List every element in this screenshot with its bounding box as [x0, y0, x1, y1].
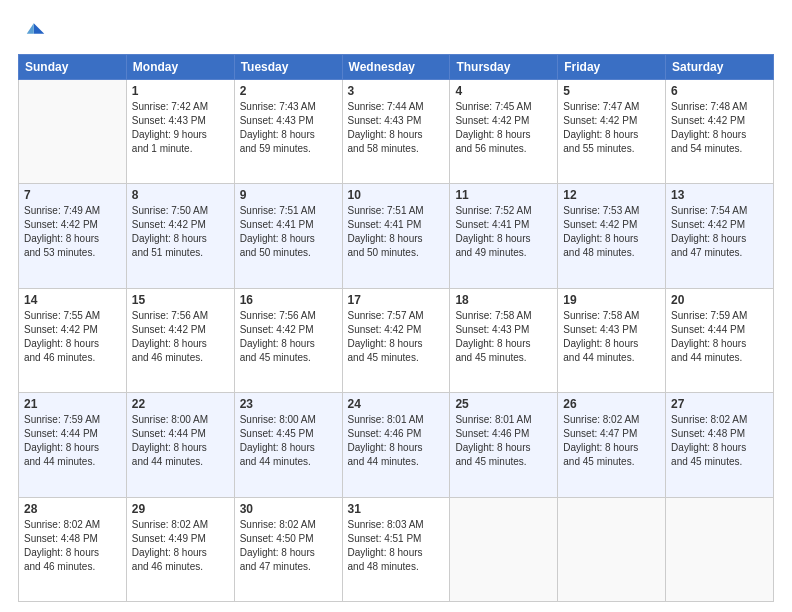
week-row-5: 28Sunrise: 8:02 AM Sunset: 4:48 PM Dayli… — [19, 497, 774, 601]
day-number: 25 — [455, 397, 552, 411]
day-number: 14 — [24, 293, 121, 307]
logo-icon — [18, 18, 46, 46]
svg-marker-1 — [27, 23, 34, 34]
day-info: Sunrise: 8:02 AM Sunset: 4:48 PM Dayligh… — [24, 518, 121, 574]
day-cell: 11Sunrise: 7:52 AM Sunset: 4:41 PM Dayli… — [450, 184, 558, 288]
day-info: Sunrise: 7:58 AM Sunset: 4:43 PM Dayligh… — [563, 309, 660, 365]
day-cell: 10Sunrise: 7:51 AM Sunset: 4:41 PM Dayli… — [342, 184, 450, 288]
day-number: 15 — [132, 293, 229, 307]
day-cell: 6Sunrise: 7:48 AM Sunset: 4:42 PM Daylig… — [666, 80, 774, 184]
day-cell: 20Sunrise: 7:59 AM Sunset: 4:44 PM Dayli… — [666, 288, 774, 392]
day-info: Sunrise: 7:59 AM Sunset: 4:44 PM Dayligh… — [24, 413, 121, 469]
day-number: 6 — [671, 84, 768, 98]
day-info: Sunrise: 7:56 AM Sunset: 4:42 PM Dayligh… — [132, 309, 229, 365]
page: SundayMondayTuesdayWednesdayThursdayFrid… — [0, 0, 792, 612]
col-header-thursday: Thursday — [450, 55, 558, 80]
day-number: 16 — [240, 293, 337, 307]
col-header-friday: Friday — [558, 55, 666, 80]
day-number: 27 — [671, 397, 768, 411]
week-row-2: 7Sunrise: 7:49 AM Sunset: 4:42 PM Daylig… — [19, 184, 774, 288]
day-info: Sunrise: 7:43 AM Sunset: 4:43 PM Dayligh… — [240, 100, 337, 156]
day-cell: 1Sunrise: 7:42 AM Sunset: 4:43 PM Daylig… — [126, 80, 234, 184]
day-info: Sunrise: 8:02 AM Sunset: 4:50 PM Dayligh… — [240, 518, 337, 574]
day-info: Sunrise: 8:01 AM Sunset: 4:46 PM Dayligh… — [455, 413, 552, 469]
day-number: 1 — [132, 84, 229, 98]
day-cell — [19, 80, 127, 184]
week-row-3: 14Sunrise: 7:55 AM Sunset: 4:42 PM Dayli… — [19, 288, 774, 392]
day-info: Sunrise: 7:58 AM Sunset: 4:43 PM Dayligh… — [455, 309, 552, 365]
day-number: 29 — [132, 502, 229, 516]
col-header-monday: Monday — [126, 55, 234, 80]
day-info: Sunrise: 7:51 AM Sunset: 4:41 PM Dayligh… — [240, 204, 337, 260]
day-info: Sunrise: 7:47 AM Sunset: 4:42 PM Dayligh… — [563, 100, 660, 156]
day-cell: 15Sunrise: 7:56 AM Sunset: 4:42 PM Dayli… — [126, 288, 234, 392]
logo — [18, 18, 50, 46]
day-number: 31 — [348, 502, 445, 516]
day-cell: 9Sunrise: 7:51 AM Sunset: 4:41 PM Daylig… — [234, 184, 342, 288]
day-info: Sunrise: 7:56 AM Sunset: 4:42 PM Dayligh… — [240, 309, 337, 365]
day-number: 12 — [563, 188, 660, 202]
day-info: Sunrise: 7:42 AM Sunset: 4:43 PM Dayligh… — [132, 100, 229, 156]
day-info: Sunrise: 7:48 AM Sunset: 4:42 PM Dayligh… — [671, 100, 768, 156]
day-info: Sunrise: 7:55 AM Sunset: 4:42 PM Dayligh… — [24, 309, 121, 365]
day-cell: 8Sunrise: 7:50 AM Sunset: 4:42 PM Daylig… — [126, 184, 234, 288]
day-cell: 28Sunrise: 8:02 AM Sunset: 4:48 PM Dayli… — [19, 497, 127, 601]
day-cell: 5Sunrise: 7:47 AM Sunset: 4:42 PM Daylig… — [558, 80, 666, 184]
day-info: Sunrise: 8:02 AM Sunset: 4:47 PM Dayligh… — [563, 413, 660, 469]
col-header-sunday: Sunday — [19, 55, 127, 80]
col-header-saturday: Saturday — [666, 55, 774, 80]
day-cell — [558, 497, 666, 601]
day-number: 13 — [671, 188, 768, 202]
col-header-tuesday: Tuesday — [234, 55, 342, 80]
day-number: 24 — [348, 397, 445, 411]
day-cell: 18Sunrise: 7:58 AM Sunset: 4:43 PM Dayli… — [450, 288, 558, 392]
day-number: 18 — [455, 293, 552, 307]
day-number: 23 — [240, 397, 337, 411]
day-number: 3 — [348, 84, 445, 98]
day-cell: 22Sunrise: 8:00 AM Sunset: 4:44 PM Dayli… — [126, 393, 234, 497]
day-info: Sunrise: 7:49 AM Sunset: 4:42 PM Dayligh… — [24, 204, 121, 260]
day-number: 26 — [563, 397, 660, 411]
day-cell: 14Sunrise: 7:55 AM Sunset: 4:42 PM Dayli… — [19, 288, 127, 392]
calendar-header-row: SundayMondayTuesdayWednesdayThursdayFrid… — [19, 55, 774, 80]
week-row-4: 21Sunrise: 7:59 AM Sunset: 4:44 PM Dayli… — [19, 393, 774, 497]
day-number: 10 — [348, 188, 445, 202]
day-info: Sunrise: 8:02 AM Sunset: 4:48 PM Dayligh… — [671, 413, 768, 469]
day-number: 28 — [24, 502, 121, 516]
day-cell: 3Sunrise: 7:44 AM Sunset: 4:43 PM Daylig… — [342, 80, 450, 184]
svg-marker-0 — [34, 23, 45, 34]
day-cell: 7Sunrise: 7:49 AM Sunset: 4:42 PM Daylig… — [19, 184, 127, 288]
day-cell — [450, 497, 558, 601]
day-number: 8 — [132, 188, 229, 202]
day-info: Sunrise: 8:03 AM Sunset: 4:51 PM Dayligh… — [348, 518, 445, 574]
day-number: 11 — [455, 188, 552, 202]
day-number: 17 — [348, 293, 445, 307]
day-cell: 21Sunrise: 7:59 AM Sunset: 4:44 PM Dayli… — [19, 393, 127, 497]
day-cell: 31Sunrise: 8:03 AM Sunset: 4:51 PM Dayli… — [342, 497, 450, 601]
day-cell: 24Sunrise: 8:01 AM Sunset: 4:46 PM Dayli… — [342, 393, 450, 497]
day-number: 30 — [240, 502, 337, 516]
day-info: Sunrise: 8:01 AM Sunset: 4:46 PM Dayligh… — [348, 413, 445, 469]
col-header-wednesday: Wednesday — [342, 55, 450, 80]
day-cell: 30Sunrise: 8:02 AM Sunset: 4:50 PM Dayli… — [234, 497, 342, 601]
day-info: Sunrise: 7:52 AM Sunset: 4:41 PM Dayligh… — [455, 204, 552, 260]
day-cell: 27Sunrise: 8:02 AM Sunset: 4:48 PM Dayli… — [666, 393, 774, 497]
day-info: Sunrise: 7:50 AM Sunset: 4:42 PM Dayligh… — [132, 204, 229, 260]
day-number: 4 — [455, 84, 552, 98]
day-info: Sunrise: 7:51 AM Sunset: 4:41 PM Dayligh… — [348, 204, 445, 260]
day-info: Sunrise: 7:54 AM Sunset: 4:42 PM Dayligh… — [671, 204, 768, 260]
day-cell: 17Sunrise: 7:57 AM Sunset: 4:42 PM Dayli… — [342, 288, 450, 392]
day-number: 20 — [671, 293, 768, 307]
day-info: Sunrise: 7:59 AM Sunset: 4:44 PM Dayligh… — [671, 309, 768, 365]
day-number: 5 — [563, 84, 660, 98]
day-number: 7 — [24, 188, 121, 202]
calendar: SundayMondayTuesdayWednesdayThursdayFrid… — [18, 54, 774, 602]
day-cell: 2Sunrise: 7:43 AM Sunset: 4:43 PM Daylig… — [234, 80, 342, 184]
day-cell: 16Sunrise: 7:56 AM Sunset: 4:42 PM Dayli… — [234, 288, 342, 392]
day-number: 2 — [240, 84, 337, 98]
day-cell — [666, 497, 774, 601]
day-cell: 26Sunrise: 8:02 AM Sunset: 4:47 PM Dayli… — [558, 393, 666, 497]
day-cell: 25Sunrise: 8:01 AM Sunset: 4:46 PM Dayli… — [450, 393, 558, 497]
day-number: 9 — [240, 188, 337, 202]
week-row-1: 1Sunrise: 7:42 AM Sunset: 4:43 PM Daylig… — [19, 80, 774, 184]
